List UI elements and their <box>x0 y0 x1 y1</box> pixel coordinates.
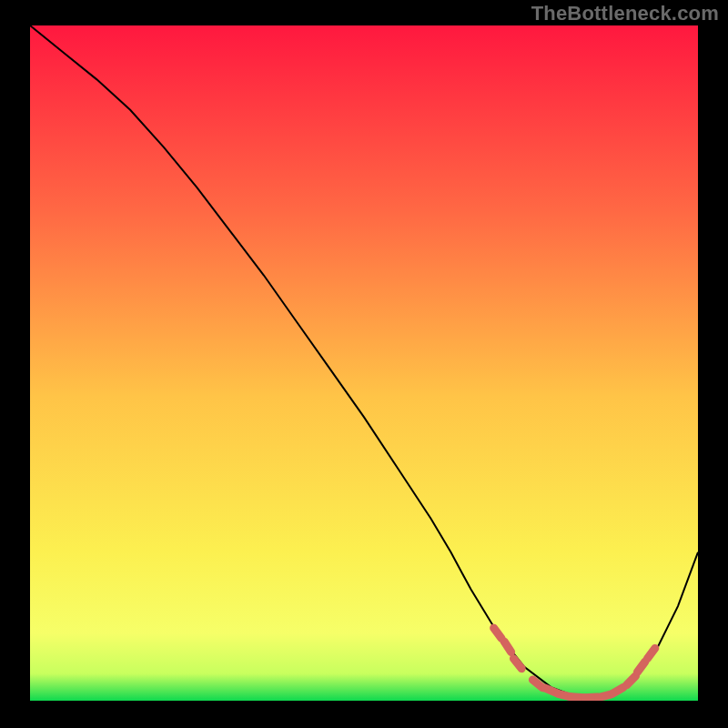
optimal-marker <box>612 687 623 693</box>
plot-area <box>30 25 698 701</box>
bottleneck-chart <box>30 25 698 701</box>
watermark-text: TheBottleneck.com <box>531 2 719 25</box>
gradient-background <box>30 25 698 701</box>
chart-frame: TheBottleneck.com <box>0 0 728 728</box>
